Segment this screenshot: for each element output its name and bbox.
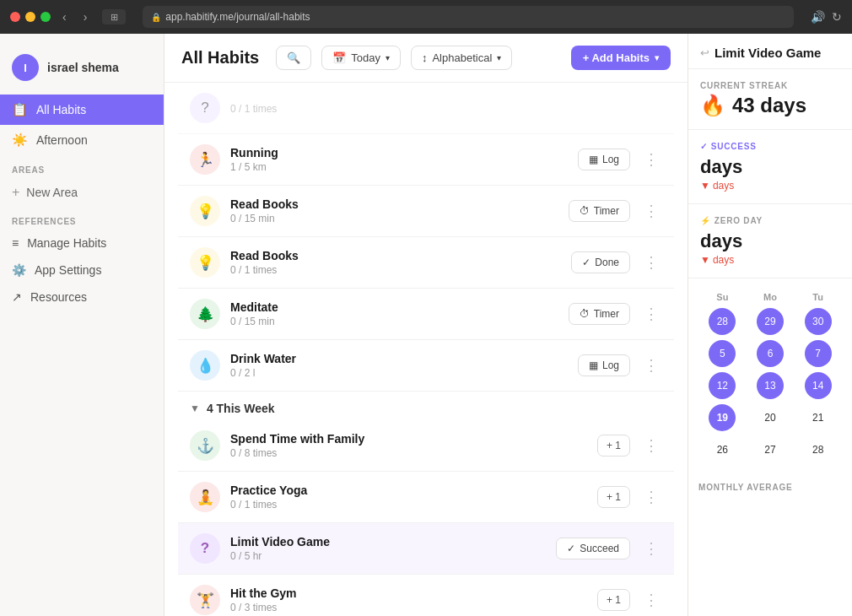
cal-cell[interactable]: 20 — [747, 402, 795, 434]
plus-button-family[interactable]: + 1 — [597, 435, 630, 457]
url-bar[interactable]: 🔒 app.habitify.me/journal/all-habits — [143, 6, 794, 28]
sidebar-user: I israel shema — [0, 47, 164, 95]
log-icon: ▦ — [589, 359, 598, 371]
cal-cell[interactable]: 27 — [747, 434, 795, 466]
plus-button-yoga[interactable]: + 1 — [597, 486, 630, 508]
lightning-icon: ⚡ — [700, 216, 711, 225]
habit-icon: ⚓ — [190, 430, 220, 461]
streak-section: CURRENT STREAK 🔥 43 days — [688, 69, 852, 130]
cal-cell[interactable]: 28 — [794, 434, 842, 466]
done-button-readbooks2[interactable]: ✓ Done — [571, 251, 630, 273]
sidebar-item-resources[interactable]: ↗ Resources — [0, 284, 164, 311]
cal-cell[interactable]: 5 — [698, 338, 747, 370]
habit-row-videogame: ? Limit Video Game 0 / 5 hr ✓ Succeed ⋮ — [178, 523, 674, 575]
calendar-grid: Su Mo Tu 28 29 30 5 6 7 — [698, 289, 842, 466]
habit-name: Read Books — [230, 249, 561, 262]
sidebar: I israel shema 📋 All Habits ☀️ Afternoon… — [0, 34, 164, 616]
url-text: app.habitify.me/journal/all-habits — [165, 11, 310, 23]
habit-icon: 💡 — [190, 247, 220, 278]
streak-value: 43 days — [732, 94, 806, 117]
close-traffic-light[interactable] — [10, 12, 20, 22]
maximize-traffic-light[interactable] — [40, 12, 51, 22]
habit-row-running: 🏃 Running 1 / 5 km ▦ Log ⋮ — [178, 134, 674, 186]
sidebar-item-afternoon[interactable]: ☀️ Afternoon — [0, 125, 164, 155]
timer-button-meditate[interactable]: ⏱ Timer — [569, 303, 630, 325]
cal-cell[interactable]: 28 — [698, 305, 747, 338]
cal-cell[interactable]: 7 — [794, 338, 842, 370]
today-button[interactable]: 📅 Today ▾ — [321, 46, 401, 70]
cal-cell-today[interactable]: 19 — [698, 402, 747, 434]
zero-day-section: ⚡ ZERO DAY days ▼ days — [688, 204, 852, 278]
more-button-readbooks1[interactable]: ⋮ — [640, 200, 662, 222]
habit-progress: 0 / 2 l — [230, 367, 568, 379]
streak-row: 🔥 43 days — [700, 94, 840, 117]
habit-icon: ? — [190, 533, 220, 564]
habit-progress: 0 / 1 times — [230, 499, 587, 511]
success-section: ✓ SUCCESS days ▼ days — [688, 130, 852, 204]
volume-icon: 🔊 — [811, 10, 825, 24]
streak-label: CURRENT STREAK — [700, 81, 840, 90]
add-habits-button[interactable]: + Add Habits ▾ — [571, 46, 671, 70]
search-button[interactable]: 🔍 — [276, 46, 311, 70]
sidebar-item-all-habits[interactable]: 📋 All Habits — [0, 95, 164, 125]
more-button-meditate[interactable]: ⋮ — [640, 303, 662, 325]
more-button-running[interactable]: ⋮ — [640, 149, 662, 170]
areas-label: AREAS — [0, 155, 164, 178]
references-label: REFERENCES — [0, 207, 164, 230]
minimize-traffic-light[interactable] — [25, 12, 35, 22]
avatar: I — [12, 54, 39, 81]
sidebar-item-label: All Habits — [36, 103, 86, 116]
cal-cell[interactable]: 14 — [794, 370, 842, 402]
cal-cell[interactable]: 12 — [698, 370, 747, 402]
refresh-icon[interactable]: ↻ — [832, 10, 842, 24]
back-button[interactable]: ‹ — [57, 8, 72, 25]
afternoon-icon: ☀️ — [12, 132, 28, 148]
log-icon: ▦ — [589, 154, 598, 165]
panel-back-icon[interactable]: ↩ — [700, 46, 709, 59]
habit-row-drinkwater: 💧 Drink Water 0 / 2 l ▦ Log ⋮ — [178, 340, 674, 392]
habit-info: Drink Water 0 / 2 l — [230, 352, 568, 379]
succeed-button-videogame[interactable]: ✓ Succeed — [556, 538, 630, 559]
more-button-gym[interactable]: ⋮ — [640, 589, 662, 611]
new-area-button[interactable]: + New Area — [0, 178, 164, 207]
success-days: days — [700, 156, 840, 178]
cal-cell[interactable]: 26 — [698, 434, 747, 466]
habit-row-readbooks2: 💡 Read Books 0 / 1 times ✓ Done ⋮ — [178, 237, 674, 289]
today-label: Today — [351, 51, 380, 64]
sidebar-toggle[interactable]: ⊞ — [102, 9, 126, 24]
more-button-videogame[interactable]: ⋮ — [640, 538, 662, 559]
sidebar-ref-label: Resources — [30, 290, 87, 304]
success-sub: ▼ days — [700, 180, 840, 192]
sidebar-ref-label: Manage Habits — [27, 236, 106, 250]
habit-info: Read Books 0 / 1 times — [230, 249, 561, 276]
timer-button-readbooks1[interactable]: ⏱ Timer — [569, 200, 630, 222]
habit-info: Running 1 / 5 km — [230, 146, 568, 173]
more-button-family[interactable]: ⋮ — [640, 435, 662, 457]
cal-cell[interactable]: 29 — [747, 305, 795, 338]
cal-cell[interactable]: 13 — [747, 370, 795, 402]
sidebar-item-manage-habits[interactable]: ≡ Manage Habits — [0, 230, 164, 257]
section-chevron-icon: ▼ — [190, 403, 200, 414]
more-button-drinkwater[interactable]: ⋮ — [640, 354, 662, 376]
cal-cell[interactable]: 6 — [747, 338, 795, 370]
habit-name: Running — [230, 146, 568, 159]
weekly-section-header[interactable]: ▼ 4 This Week — [178, 392, 674, 420]
sort-button[interactable]: ↕ Alphabetical ▾ — [411, 46, 512, 70]
timer-icon: ⏱ — [580, 205, 590, 217]
new-area-label: New Area — [26, 186, 78, 199]
habit-icon: ? — [190, 93, 220, 123]
plus-button-gym[interactable]: + 1 — [597, 589, 630, 611]
more-button-readbooks2[interactable]: ⋮ — [640, 251, 662, 273]
more-button-yoga[interactable]: ⋮ — [640, 486, 662, 508]
log-button-running[interactable]: ▦ Log — [578, 149, 630, 170]
zero-sub: ▼ days — [700, 254, 840, 266]
app-settings-icon: ⚙️ — [12, 263, 26, 277]
forward-button[interactable]: › — [78, 8, 93, 25]
page-title: All Habits — [181, 48, 259, 68]
sidebar-item-app-settings[interactable]: ⚙️ App Settings — [0, 257, 164, 284]
cal-cell[interactable]: 30 — [794, 305, 842, 338]
habit-row-gym: 🏋️ Hit the Gym 0 / 3 times + 1 ⋮ — [178, 575, 674, 616]
log-button-drinkwater[interactable]: ▦ Log — [578, 354, 630, 376]
habit-progress: 0 / 15 min — [230, 213, 558, 224]
cal-cell[interactable]: 21 — [794, 402, 842, 434]
